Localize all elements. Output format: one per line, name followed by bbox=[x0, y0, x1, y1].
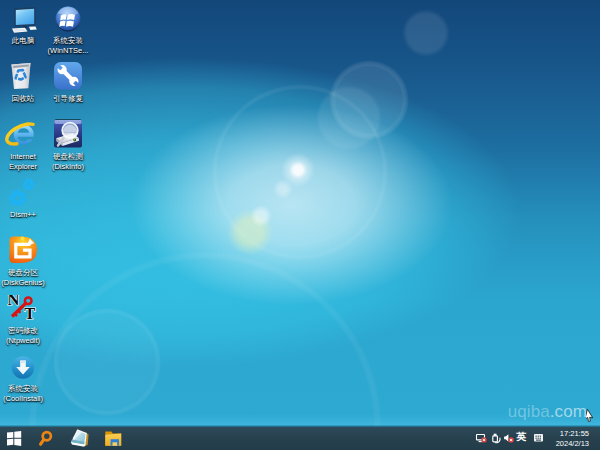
svg-text:英: 英 bbox=[515, 431, 527, 442]
svg-text:T: T bbox=[24, 304, 35, 323]
svg-text:N: N bbox=[8, 295, 20, 309]
